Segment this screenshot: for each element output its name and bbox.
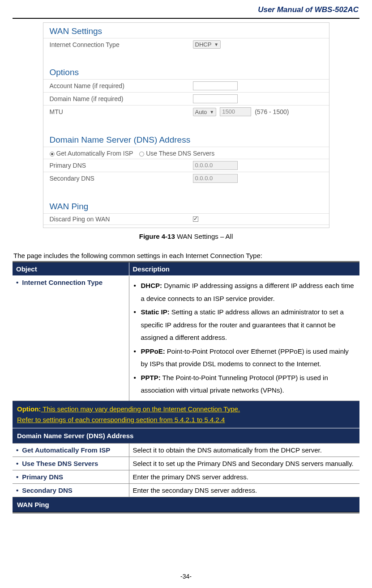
primary-dns-input[interactable]: 0.0.0.0 bbox=[193, 161, 238, 170]
table-cell-description: Select it to obtain the DNS automaticall… bbox=[129, 443, 359, 457]
table-row: Internet Connection Type bbox=[13, 276, 129, 401]
table-cell-description: Enter the primary DNS server address. bbox=[129, 470, 359, 483]
secondary-dns-input[interactable]: 0.0.0.0 bbox=[193, 174, 238, 183]
table-cell-description: Select it to set up the Primary DNS and … bbox=[129, 457, 359, 470]
dns-manual-radio[interactable] bbox=[139, 152, 144, 157]
wan-settings-heading: WAN Settings bbox=[43, 23, 329, 38]
table-row: Primary DNS bbox=[13, 470, 129, 483]
table-row: Secondary DNS bbox=[13, 483, 129, 497]
options-heading: Options bbox=[43, 64, 329, 79]
internet-connection-type-select[interactable]: DHCP▼ bbox=[193, 40, 221, 49]
account-name-label: Account Name (if required) bbox=[50, 82, 193, 89]
intro-text: The page includes the following common s… bbox=[13, 252, 359, 259]
discard-ping-label: Discard Ping on WAN bbox=[50, 216, 193, 223]
mtu-label: MTU bbox=[50, 108, 193, 115]
table-cell-description: DHCP: Dynamic IP addressing assigns a di… bbox=[129, 276, 359, 401]
table-header-description: Description bbox=[129, 262, 359, 276]
settings-table: Object Description Internet Connection T… bbox=[13, 261, 359, 513]
domain-name-input[interactable] bbox=[193, 94, 238, 103]
table-row: Use These DNS Servers bbox=[13, 457, 129, 470]
wan-settings-screenshot: WAN Settings Internet Connection Type DH… bbox=[43, 22, 329, 228]
table-cell-description: Enter the secondary DNS server address. bbox=[129, 483, 359, 497]
table-header-object: Object bbox=[13, 262, 129, 276]
figure-caption: Figure 4-13 WAN Settings – All bbox=[13, 233, 359, 240]
dns-section-heading: Domain Name Server (DNS) Address bbox=[43, 131, 329, 147]
mtu-value-input[interactable]: 1500 bbox=[220, 107, 251, 116]
page-number: -34- bbox=[0, 573, 372, 580]
dns-auto-label: Get Automatically From ISP bbox=[56, 150, 133, 157]
dns-auto-radio[interactable] bbox=[50, 152, 55, 157]
internet-connection-type-label: Internet Connection Type bbox=[50, 41, 193, 48]
header-rule bbox=[13, 18, 359, 19]
dns-manual-label: Use These DNS Servers bbox=[146, 150, 214, 157]
table-row: Get Automatically From ISP bbox=[13, 443, 129, 457]
dns-subheader: Domain Name Server (DNS) Address bbox=[13, 428, 359, 443]
primary-dns-label: Primary DNS bbox=[50, 162, 193, 169]
doc-header-title: User Manual of WBS-502AC bbox=[258, 5, 359, 14]
mtu-range-text: (576 - 1500) bbox=[255, 108, 289, 115]
secondary-dns-label: Secondary DNS bbox=[50, 175, 193, 182]
option-note-row: Option: This section may vary depending … bbox=[13, 401, 359, 428]
account-name-input[interactable] bbox=[193, 81, 238, 90]
chevron-down-icon: ▼ bbox=[214, 42, 218, 47]
discard-ping-checkbox[interactable] bbox=[193, 216, 198, 222]
chevron-down-icon: ▼ bbox=[210, 110, 214, 114]
wan-ping-subheader: WAN Ping bbox=[13, 497, 359, 512]
wan-ping-heading: WAN Ping bbox=[43, 198, 329, 213]
mtu-mode-select[interactable]: Auto▼ bbox=[193, 108, 217, 116]
domain-name-label: Domain Name (if required) bbox=[50, 95, 193, 102]
